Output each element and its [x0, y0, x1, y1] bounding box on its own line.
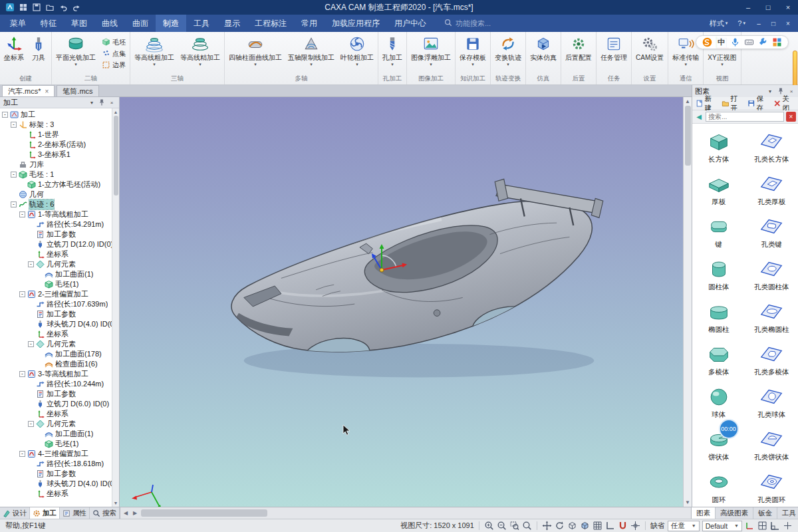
wrench-icon[interactable]	[758, 37, 768, 47]
tree-item[interactable]: 加工曲面(1)	[2, 269, 119, 279]
scroll-up-icon[interactable]: ▲	[684, 97, 692, 106]
tree-item[interactable]: 立铣刀 D(12.0) ID(0)	[2, 239, 119, 249]
tree-item[interactable]: -轨迹 : 6	[2, 200, 119, 209]
layer-combo[interactable]: 任意▼	[668, 521, 700, 531]
tree-item[interactable]: -几何元素	[2, 339, 119, 349]
library-item-孔类键[interactable]: 孔类键	[745, 211, 798, 254]
tree-item[interactable]: 路径(长:18.618m)	[2, 459, 119, 469]
function-search-input[interactable]	[456, 19, 529, 27]
tree-item[interactable]: 球头铣刀 D(4.0) ID(0)	[2, 479, 119, 489]
ribbon-button-等高线精加工[interactable]: 等高线精加工▾	[178, 33, 223, 74]
scrollbar-thumb[interactable]	[141, 509, 267, 517]
document-tab-汽车.mcs*[interactable]: 汽车.mcs*×	[2, 85, 55, 96]
function-search[interactable]	[444, 19, 529, 29]
menu-item-工具[interactable]: 工具	[186, 15, 217, 32]
ribbon-button-坐标系[interactable]: 坐标系	[1, 33, 27, 74]
tree-item[interactable]: -毛坯 : 1	[2, 170, 119, 180]
library-item-厚板[interactable]: 厚板	[692, 169, 745, 211]
grid-toggle-icon[interactable]	[757, 521, 767, 531]
panel-tab-属性[interactable]: 属性	[60, 507, 90, 519]
tree-item[interactable]: 检查曲面1(6)	[2, 359, 119, 369]
mdi-close-button[interactable]: ×	[781, 17, 795, 29]
library-item-球体[interactable]: 球体	[692, 382, 745, 424]
menu-item-用户中心[interactable]: 用户中心	[387, 15, 434, 32]
tree-item[interactable]: -4-三维偏置加工	[2, 449, 119, 459]
tree-item[interactable]: 毛坯(1)	[2, 439, 119, 449]
scroll-down-icon[interactable]: ▼	[112, 499, 119, 507]
tree-item[interactable]: -标架 : 3	[2, 120, 119, 130]
tree-item[interactable]: 1-世界	[2, 130, 119, 140]
tree-item[interactable]: 加工参数	[2, 309, 119, 319]
library-item-孔类椭圆柱[interactable]: 孔类椭圆柱	[745, 297, 798, 339]
close-icon[interactable]: ×	[108, 98, 116, 106]
panel-tab-搜索[interactable]: 搜索	[90, 507, 120, 519]
tree-item[interactable]: 加工参数	[2, 469, 119, 479]
tree-expander-icon[interactable]: -	[11, 172, 17, 178]
scroll-down-icon[interactable]: ▼	[684, 498, 692, 507]
menu-item-显示[interactable]: 显示	[217, 15, 247, 32]
tree-expander-icon[interactable]: -	[11, 201, 17, 207]
ribbon-button-后置配置[interactable]: 后置配置	[563, 33, 595, 74]
mic-icon[interactable]	[730, 37, 740, 47]
keyboard-icon[interactable]	[744, 37, 754, 47]
customize-icon[interactable]	[19, 3, 28, 12]
ribbon-small-button-边界[interactable]: 边界	[100, 60, 127, 70]
tree-expander-icon[interactable]: -	[28, 341, 34, 347]
tree-item[interactable]: 球头铣刀 D(4.0) ID(0)	[2, 319, 119, 329]
library-item-孔类圆柱体[interactable]: 孔类圆柱体	[745, 254, 798, 297]
scroll-up-icon[interactable]: ▲	[112, 108, 119, 116]
lang-zh-icon[interactable]: 中	[716, 37, 726, 47]
library-tab-图素[interactable]: 图素	[692, 507, 716, 519]
ribbon-small-button-点集[interactable]: 点集	[100, 49, 127, 59]
panel-tab-设计[interactable]: 设计	[0, 507, 30, 519]
library-item-孔类多棱体[interactable]: 孔类多棱体	[745, 339, 798, 382]
library-item-孔类饼状体[interactable]: 孔类饼状体	[745, 424, 798, 467]
tree-item[interactable]: 路径(长:107.639m)	[2, 299, 119, 309]
ribbon-button-实体仿真[interactable]: 实体仿真	[527, 33, 559, 74]
tree-expander-icon[interactable]: -	[19, 371, 25, 377]
ribbon-button-等高线粗加工[interactable]: 等高线粗加工▾	[132, 33, 177, 74]
tree-item[interactable]: -2-三维偏置加工	[2, 289, 119, 299]
close-button[interactable]: ×	[778, 0, 798, 15]
tree-expander-icon[interactable]: -	[28, 421, 34, 427]
open-icon[interactable]	[45, 3, 55, 12]
menu-item-曲面[interactable]: 曲面	[125, 15, 156, 32]
tree-item[interactable]: 坐标系	[2, 249, 119, 259]
style-menu[interactable]: 样式▾	[706, 19, 732, 29]
library-item-多棱体[interactable]: 多棱体	[692, 339, 745, 382]
library-item-孔类球体[interactable]: 孔类球体	[745, 382, 798, 424]
tree-item[interactable]: 1-立方体毛坯(活动)	[2, 180, 119, 190]
crosshair-icon[interactable]	[630, 521, 640, 531]
ribbon-button-刀具[interactable]: 刀具	[27, 33, 50, 74]
tree-item[interactable]: -加工	[2, 110, 119, 120]
shaded-icon[interactable]	[580, 521, 590, 531]
library-tab-钣金[interactable]: 钣金	[753, 507, 777, 519]
tree-item[interactable]: 刀库	[2, 160, 119, 170]
tree-item[interactable]: 加工曲面(1)	[2, 429, 119, 439]
tree-item[interactable]: -几何元素	[2, 259, 119, 269]
library-item-孔类长方体[interactable]: 孔类长方体	[745, 126, 798, 169]
ribbon-button-保存模板[interactable]: 保存模板▾	[457, 33, 489, 74]
library-item-孔类圆环[interactable]: 孔类圆环	[745, 467, 798, 507]
library-tab-高级图素[interactable]: 高级图素	[716, 507, 753, 519]
mdi-minimize-button[interactable]: –	[751, 17, 766, 29]
library-item-孔类厚板[interactable]: 孔类厚板	[745, 169, 798, 211]
tree-item[interactable]: 立铣刀 D(6.0) ID(0)	[2, 399, 119, 409]
ribbon-button-任务管理[interactable]: 任务管理	[598, 33, 630, 74]
zoom-out-icon[interactable]	[497, 521, 507, 531]
minimize-button[interactable]: –	[738, 0, 758, 15]
tree-item[interactable]: 毛坯(1)	[2, 279, 119, 289]
zoom-window-icon[interactable]	[509, 521, 519, 531]
tree-item[interactable]: -1-等高线粗加工	[2, 209, 119, 219]
zoom-all-icon[interactable]	[522, 521, 532, 531]
tree-item[interactable]: 路径(长:54.291m)	[2, 219, 119, 229]
viewport-3d[interactable]: ▲ ▼	[120, 97, 692, 507]
back-arrow-icon[interactable]: ◀	[694, 112, 704, 122]
tree-item[interactable]: 几何	[2, 190, 119, 200]
library-item-圆柱体[interactable]: 圆柱体	[692, 254, 745, 297]
ribbon-button-平面光铣加工[interactable]: 平面光铣加工▾	[53, 33, 98, 74]
panel-tab-加工[interactable]: 加工	[30, 507, 60, 519]
ribbon-button-孔加工[interactable]: 孔加工▾	[380, 33, 405, 74]
rotate-icon[interactable]	[555, 521, 565, 531]
ribbon-button-叶轮粗加工[interactable]: 叶轮粗加工▾	[338, 33, 376, 74]
